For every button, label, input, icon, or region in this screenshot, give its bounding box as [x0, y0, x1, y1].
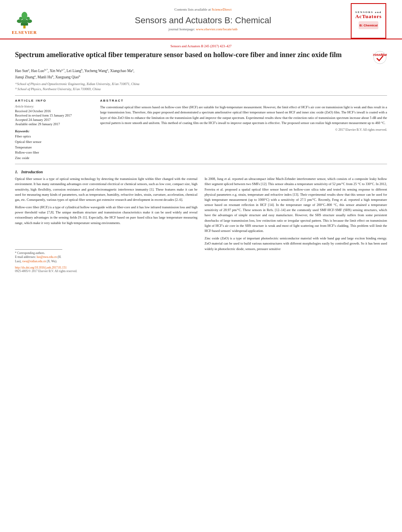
- received-revised-date: Received in revised form 15 January 2017: [15, 113, 94, 117]
- sensors-logo-box: SENSORS and AcTuators B: Chemical: [351, 3, 386, 39]
- footnote-star: * Corresponding authors.: [15, 251, 62, 256]
- keyword-zinc-oxide: Zinc oxide: [15, 156, 94, 161]
- elsevier-logo: ELSEVIER: [12, 7, 37, 35]
- footnote-email2[interactable]: xwu@xidian.edu.cn: [22, 260, 46, 263]
- copyright: © 2017 Elsevier B.V. All rights reserved…: [100, 128, 387, 132]
- section-title-intro-label: Introduction: [21, 170, 43, 174]
- keyword-optical-fiber-sensor: Optical fiber sensor: [15, 139, 94, 145]
- author-hao-sun: Hao Suna,: [15, 69, 31, 73]
- authors: Hao Suna, Hao Luob,*, Xin Wua,*, Lei Lia…: [15, 68, 387, 80]
- svg-text:B: Chemical: B: Chemical: [359, 24, 378, 27]
- keyword-temperature: Temperature: [15, 145, 94, 150]
- footnote-email1[interactable]: luo@nwu.edu.cn: [37, 255, 57, 259]
- divider-1: [15, 95, 387, 96]
- header-right: SENSORS and AcTuators B: Chemical: [347, 3, 390, 39]
- divider-2: [15, 164, 387, 164]
- footnote-email-label: E-mail addresses:: [15, 255, 36, 259]
- author-manli-hu: Manli Hub,: [37, 75, 55, 79]
- article-info-col: ARTICLE INFO Article history: Received 2…: [15, 99, 94, 161]
- abstract-text: The conventional optical fiber sensors b…: [100, 105, 387, 126]
- crossmark-icon: CrossMark: [373, 50, 387, 65]
- intro-para4: Zinc oxide (ZnO) is a type of important …: [205, 236, 387, 252]
- footnote-section: * Corresponding authors. E-mail addresse…: [15, 249, 62, 264]
- keyword-fiber-optics: Fiber optics: [15, 134, 94, 139]
- svg-point-6: [27, 19, 32, 23]
- keyword-hollow-core-fiber: Hollow-core fiber: [15, 150, 94, 156]
- intro-para1: Optical fiber sensor is a type of optica…: [15, 176, 197, 202]
- homepage-label: journal homepage:: [169, 27, 195, 31]
- body-section: 1. Introduction Optical fiber sensor is …: [15, 170, 387, 273]
- doi-link[interactable]: http://dx.doi.org/10.1016/j.snb.2017.01.…: [15, 266, 67, 269]
- sciencedirect-link[interactable]: ScienceDirect: [212, 7, 231, 11]
- intro-para2: Hollow-core fiber (HCF) is a type of cyl…: [15, 205, 197, 226]
- journal-header: ELSEVIER Contents lists available at Sci…: [0, 0, 402, 39]
- sciencedirect-label: Contents lists available at: [175, 7, 211, 11]
- article-citation: Sensors and Actuators B 245 (2017) 423–4…: [15, 44, 387, 48]
- history-label: Article history:: [15, 105, 94, 108]
- elsevier-logo-section: ELSEVIER: [12, 3, 59, 39]
- journal-homepage: journal homepage: www.elsevier.com/locat…: [169, 27, 238, 31]
- page: ELSEVIER Contents lists available at Sci…: [0, 0, 402, 532]
- article-title: Spectrum ameliorative optical fiber temp…: [15, 50, 369, 59]
- body-col-right: In 2008, Jung et al. reported an ultraco…: [205, 176, 387, 273]
- abstract-label: ABSTRACT: [100, 99, 387, 102]
- affiliation-a: ᵃ School of Physics and Optoelectronic E…: [15, 82, 387, 87]
- homepage-link[interactable]: www.elsevier.com/locate/snb: [196, 27, 237, 31]
- body-two-col: Optical fiber sensor is a type of optica…: [15, 176, 387, 273]
- svg-text:CrossMark: CrossMark: [373, 53, 387, 57]
- issn-line: 0925-4005/© 2017 Elsevier B.V. All right…: [15, 269, 197, 273]
- available-date: Available online 29 January 2017: [15, 122, 94, 126]
- section-number: 1.: [15, 170, 18, 174]
- svg-point-8: [26, 17, 30, 19]
- abstract-col: ABSTRACT The conventional optical fiber …: [100, 99, 387, 161]
- header-center: Contents lists available at ScienceDirec…: [59, 3, 347, 39]
- accepted-date: Accepted 24 January 2017: [15, 118, 94, 122]
- affiliation-b: ᵇ School of Physics, Northwest Universit…: [15, 87, 387, 92]
- sciencedirect-line: Contents lists available at ScienceDirec…: [175, 7, 232, 11]
- author-xin-wu: Xin Wua,*,: [50, 69, 67, 73]
- sensors-logo-main: AcTuators: [355, 14, 382, 19]
- intro-para3: In 2008, Jung et al. reported an ultraco…: [205, 176, 387, 234]
- journal-title: Sensors and Actuators B: Chemical: [135, 15, 271, 26]
- title-section: Spectrum ameliorative optical fiber temp…: [15, 50, 387, 65]
- author-xueguang-qiao: Xueguang Qiaob: [55, 75, 80, 79]
- article-info-label: ARTICLE INFO: [15, 99, 94, 102]
- svg-point-5: [17, 19, 22, 23]
- section-title-intro: 1. Introduction: [15, 170, 387, 174]
- author-lei-liang: Lei Liangb,: [67, 69, 84, 73]
- author-jianqi-zhang: Jianqi Zhanga,: [15, 75, 37, 79]
- received-date: Received 24 October 2016: [15, 109, 94, 113]
- article-content: Sensors and Actuators B 245 (2017) 423–4…: [0, 39, 402, 276]
- article-info-abstract: ARTICLE INFO Article history: Received 2…: [15, 99, 387, 161]
- doi-line[interactable]: http://dx.doi.org/10.1016/j.snb.2017.01.…: [15, 266, 197, 269]
- body-col-left: Optical fiber sensor is a type of optica…: [15, 176, 197, 273]
- author-yucheng-wang: Yucheng Wanga,: [84, 69, 110, 73]
- keywords-label: Keywords:: [15, 129, 94, 133]
- elsevier-text: ELSEVIER: [12, 30, 37, 35]
- svg-point-7: [19, 17, 22, 19]
- affiliations: ᵃ School of Physics and Optoelectronic E…: [15, 82, 387, 92]
- sensors-logo-icon: B: Chemical: [357, 19, 380, 31]
- section-title-text: [19, 170, 20, 174]
- elsevier-tree-icon: [13, 7, 36, 29]
- author-hao-luo: Hao Luob,*,: [31, 69, 50, 73]
- footnote-email2-person: (X. Wu).: [47, 260, 57, 263]
- footnote-email-line: E-mail addresses: luo@nwu.edu.cn (H. Luo…: [15, 255, 62, 263]
- author-xiangchao-ma: Xiangchao Maa,: [110, 69, 134, 73]
